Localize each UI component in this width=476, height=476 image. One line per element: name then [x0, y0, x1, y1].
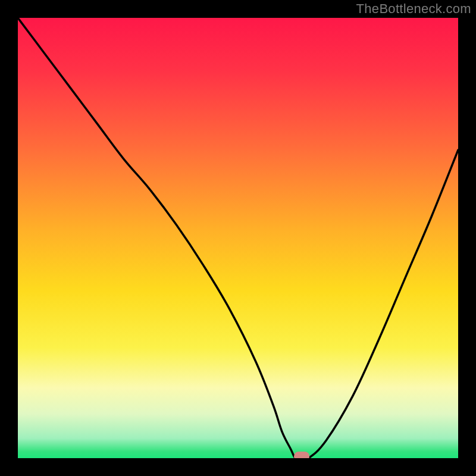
chart-container: TheBottleneck.com [0, 0, 476, 476]
watermark-text: TheBottleneck.com [356, 1, 471, 17]
optimal-point-marker [294, 452, 309, 458]
gradient-rect [18, 18, 458, 458]
chart-svg [18, 18, 458, 458]
plot-area [18, 18, 458, 458]
